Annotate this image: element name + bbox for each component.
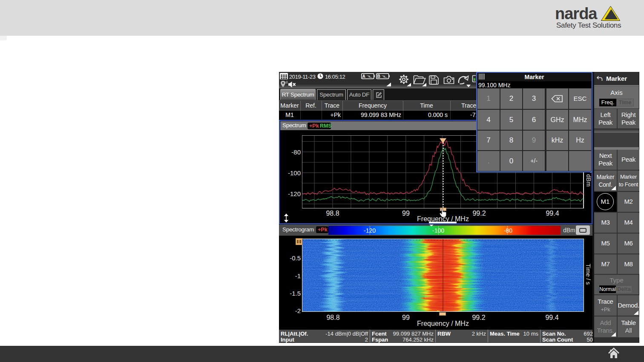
svg-text:A: A [362, 74, 365, 79]
svg-text:B: B [377, 74, 380, 79]
